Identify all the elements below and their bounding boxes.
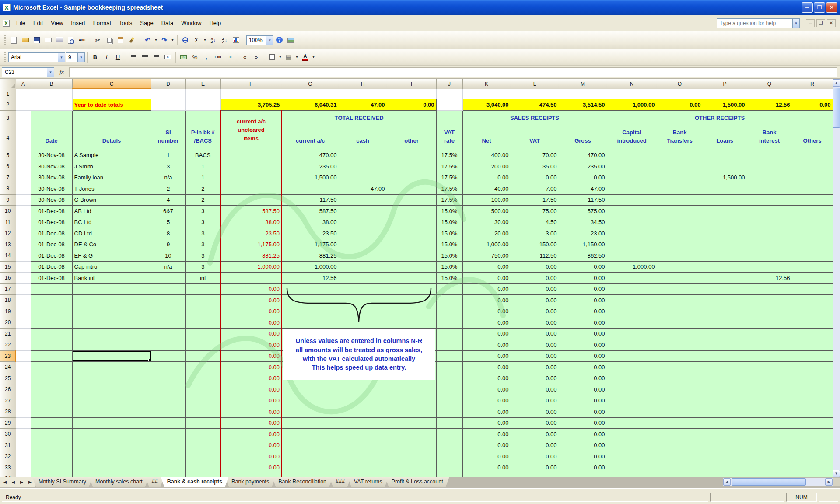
cell-A7[interactable] <box>16 172 31 183</box>
cell-H19[interactable] <box>339 306 387 317</box>
cell-A10[interactable] <box>16 206 31 217</box>
cell-M31[interactable]: 0.00 <box>559 440 607 451</box>
cell-D28[interactable] <box>151 406 186 418</box>
spelling-button[interactable]: ABC <box>77 35 88 46</box>
cell-K16[interactable]: 0.00 <box>462 273 511 284</box>
cell-B10[interactable]: 01-Dec-08 <box>31 206 72 217</box>
cell-R25[interactable] <box>792 373 833 384</box>
cell-E22[interactable] <box>186 340 220 351</box>
cell-O27[interactable] <box>657 395 703 406</box>
cell-F22[interactable]: 0.00 <box>220 340 282 351</box>
scroll-down-button[interactable]: ▼ <box>833 470 840 477</box>
font-size-combo[interactable]: 9 ▾ <box>66 52 85 62</box>
cell-R10[interactable] <box>792 206 833 217</box>
cell-A26[interactable] <box>16 384 31 396</box>
workbook-close-button[interactable]: ✕ <box>827 19 836 27</box>
col-header-F[interactable]: F <box>220 79 282 89</box>
cell-I16[interactable] <box>387 273 436 284</box>
cell-L33[interactable]: 0.00 <box>511 462 559 473</box>
cell-G33[interactable] <box>282 462 339 473</box>
cell-K19[interactable]: 0.00 <box>462 306 511 317</box>
col-header-B[interactable]: B <box>31 79 72 89</box>
cell-F24[interactable]: 0.00 <box>220 362 282 373</box>
cell-N17[interactable] <box>607 284 657 295</box>
cell-B2[interactable] <box>31 99 72 110</box>
sort-descending-button[interactable]: ZA↓ <box>219 35 230 46</box>
cell-Q10[interactable] <box>747 206 792 217</box>
chevron-down-icon[interactable]: ▾ <box>47 68 54 77</box>
cell-N13[interactable] <box>607 239 657 250</box>
font-name-combo[interactable]: Arial ▾ <box>8 52 65 62</box>
cell-D22[interactable] <box>151 340 186 351</box>
cell-C33[interactable] <box>72 462 151 473</box>
help-button[interactable]: ? <box>274 35 285 46</box>
cell-D8[interactable]: 2 <box>151 183 186 195</box>
cell-M22[interactable]: 0.00 <box>559 340 607 351</box>
col-header-M[interactable]: M <box>559 79 607 89</box>
cell-P22[interactable] <box>703 340 747 351</box>
font-color-dropdown[interactable]: ▾ <box>311 52 316 63</box>
cell-P17[interactable] <box>703 284 747 295</box>
last-sheet-button[interactable]: ▶ <box>26 478 34 486</box>
cell-J11[interactable]: 15.0% <box>436 217 462 228</box>
cell-F11[interactable]: 38.00 <box>220 217 282 228</box>
cell-H15[interactable] <box>339 261 387 273</box>
cell-O8[interactable] <box>657 183 703 195</box>
cell-A1[interactable] <box>16 89 31 99</box>
borders-dropdown[interactable]: ▾ <box>278 52 283 63</box>
cell-N34[interactable] <box>607 473 657 477</box>
cell-H9[interactable] <box>339 194 387 206</box>
cell-I31[interactable] <box>387 440 436 451</box>
cell-R5[interactable] <box>792 150 833 161</box>
cell-P14[interactable] <box>703 250 747 262</box>
cell-I19[interactable] <box>387 306 436 317</box>
cell-E8[interactable]: 2 <box>186 183 220 195</box>
cell-G19[interactable] <box>282 306 339 317</box>
cell-G8[interactable] <box>282 183 339 195</box>
cell-O24[interactable] <box>657 362 703 373</box>
cell-J9[interactable]: 17.5% <box>436 194 462 206</box>
cell-E33[interactable] <box>186 462 220 473</box>
cell-P12[interactable] <box>703 228 747 239</box>
cell-B30[interactable] <box>31 429 72 440</box>
cell-D14[interactable]: 10 <box>151 250 186 262</box>
cell-M11[interactable]: 34.50 <box>559 217 607 228</box>
cell-D17[interactable] <box>151 284 186 295</box>
cell-P15[interactable] <box>703 261 747 273</box>
cell-N20[interactable] <box>607 317 657 329</box>
cell-C34[interactable] <box>72 473 151 477</box>
cell-D12[interactable]: 8 <box>151 228 186 239</box>
cell-K34[interactable]: 0.00 <box>462 473 511 477</box>
cell-K2[interactable]: 3,040.00 <box>462 99 511 110</box>
cell-J22[interactable] <box>436 340 462 351</box>
cell-A12[interactable] <box>16 228 31 239</box>
cell-L5[interactable]: 70.00 <box>511 150 559 161</box>
decrease-indent-button[interactable]: « <box>239 52 250 63</box>
cell-O20[interactable] <box>657 317 703 329</box>
cell-C18[interactable] <box>72 295 151 306</box>
cell-P19[interactable] <box>703 306 747 317</box>
cell-K31[interactable]: 0.00 <box>462 440 511 451</box>
cell-L28[interactable]: 0.00 <box>511 406 559 418</box>
cell-N29[interactable] <box>607 417 657 429</box>
cell-N1[interactable] <box>607 89 657 99</box>
sheet-tab-vat-returns[interactable]: VAT returns <box>348 477 388 487</box>
cell-L6[interactable]: 35.00 <box>511 161 559 172</box>
cell-D7[interactable]: n/a <box>151 172 186 183</box>
merge-center-button[interactable]: a <box>162 52 173 63</box>
cell-G18[interactable] <box>282 295 339 306</box>
cell-M24[interactable]: 0.00 <box>559 362 607 373</box>
menu-tools[interactable]: Tools <box>115 18 136 28</box>
cell-O14[interactable] <box>657 250 703 262</box>
cell-N2[interactable]: 1,000.00 <box>607 99 657 110</box>
cell-R24[interactable] <box>792 362 833 373</box>
align-right-button[interactable] <box>151 52 162 63</box>
cell-P29[interactable] <box>703 417 747 429</box>
cell-J25[interactable] <box>436 373 462 384</box>
cell-H28[interactable] <box>339 406 387 418</box>
cell-P34[interactable] <box>703 473 747 477</box>
cell-E27[interactable] <box>186 395 220 406</box>
cell-B31[interactable] <box>31 440 72 451</box>
cell-C19[interactable] <box>72 306 151 317</box>
cell-A17[interactable] <box>16 284 31 295</box>
